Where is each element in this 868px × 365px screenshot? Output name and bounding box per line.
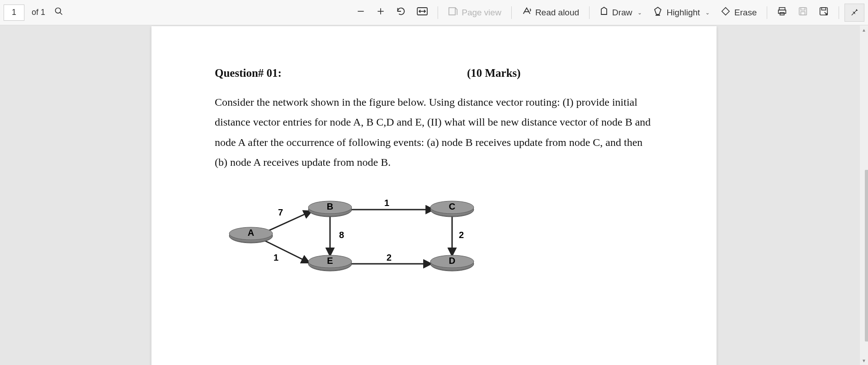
svg-marker-9 — [601, 7, 607, 14]
chevron-down-icon: ⌄ — [637, 9, 642, 16]
node-e: E — [308, 255, 352, 271]
toolbar-divider — [767, 6, 767, 19]
scroll-up-arrow[interactable]: ▲ — [860, 25, 868, 34]
svg-rect-17 — [799, 8, 807, 15]
page-of-label: of 1 — [32, 8, 45, 17]
print-button[interactable] — [773, 4, 792, 22]
svg-text:E: E — [327, 256, 333, 266]
highlight-button[interactable]: Highlight ⌄ — [648, 4, 714, 22]
save-icon — [798, 6, 808, 19]
page-view-button[interactable]: Page view — [443, 4, 506, 22]
page-view-icon — [448, 7, 458, 18]
edge-weight: 7 — [278, 207, 283, 217]
scroll-thumb[interactable] — [865, 170, 868, 342]
highlight-icon — [653, 6, 663, 19]
svg-rect-16 — [780, 13, 784, 15]
pdf-toolbar: of 1 Page view Read aloud Draw ⌄ Highlig… — [0, 0, 868, 25]
svg-text:D: D — [449, 256, 455, 266]
svg-text:B: B — [327, 201, 333, 211]
svg-point-0 — [56, 8, 61, 14]
erase-icon — [721, 6, 731, 19]
svg-rect-7 — [449, 8, 455, 15]
minus-icon — [356, 7, 365, 18]
svg-line-27 — [262, 239, 310, 263]
search-icon — [54, 7, 63, 18]
node-a: A — [229, 227, 273, 243]
rotate-icon — [396, 6, 406, 19]
svg-rect-14 — [779, 8, 785, 10]
svg-rect-18 — [801, 8, 805, 10]
svg-text:C: C — [449, 201, 455, 211]
pin-toolbar-button[interactable] — [844, 4, 864, 22]
toolbar-divider — [438, 6, 438, 19]
network-diagram: 7 1 8 2 2 1 A B C D E — [215, 191, 653, 287]
question-body: Consider the network shown in the figure… — [215, 92, 653, 173]
toolbar-divider — [839, 6, 839, 19]
svg-rect-21 — [821, 8, 826, 10]
svg-rect-19 — [801, 12, 805, 15]
chevron-down-icon: ⌄ — [705, 9, 710, 16]
read-aloud-icon — [522, 6, 532, 19]
edge-weight: 8 — [339, 230, 344, 240]
svg-marker-11 — [655, 7, 661, 14]
plus-icon — [376, 7, 385, 18]
svg-text:A: A — [248, 228, 254, 238]
edge-weight: 1 — [384, 198, 389, 208]
node-c: C — [430, 201, 474, 217]
highlight-label: Highlight — [666, 8, 700, 18]
draw-button[interactable]: Draw ⌄ — [595, 4, 646, 22]
svg-marker-13 — [722, 8, 730, 15]
zoom-in-button[interactable] — [372, 4, 390, 22]
fit-width-icon — [417, 7, 428, 18]
search-button[interactable] — [50, 4, 68, 22]
page-view-label: Page view — [462, 8, 501, 18]
node-d: D — [430, 255, 474, 271]
question-marks: (10 Marks) — [467, 67, 521, 80]
erase-label: Erase — [734, 8, 757, 18]
page-number-input[interactable] — [4, 5, 24, 21]
edge-weight: 2 — [387, 253, 392, 262]
erase-button[interactable]: Erase — [716, 4, 761, 22]
save-as-button[interactable] — [814, 4, 833, 22]
draw-icon — [599, 6, 609, 19]
draw-label: Draw — [612, 8, 632, 18]
toolbar-divider — [511, 6, 512, 19]
pin-icon — [850, 7, 859, 18]
save-button[interactable] — [793, 4, 812, 22]
document-viewport[interactable]: Question# 01: (10 Marks) Consider the ne… — [0, 25, 868, 365]
toolbar-divider — [589, 6, 590, 19]
read-aloud-label: Read aloud — [535, 8, 579, 18]
vertical-scrollbar[interactable]: ▲ ▼ — [860, 25, 868, 365]
scroll-down-arrow[interactable]: ▼ — [860, 356, 868, 365]
question-number: Question# 01: — [215, 67, 282, 80]
zoom-out-button[interactable] — [352, 4, 370, 22]
save-as-icon — [819, 6, 829, 19]
print-icon — [777, 6, 787, 19]
svg-line-1 — [60, 13, 62, 15]
edge-weight: 2 — [459, 230, 464, 240]
node-b: B — [308, 201, 352, 217]
question-header: Question# 01: (10 Marks) — [215, 67, 653, 80]
pdf-page: Question# 01: (10 Marks) Consider the ne… — [151, 26, 717, 365]
edge-weight: 1 — [274, 253, 278, 262]
read-aloud-button[interactable]: Read aloud — [517, 4, 584, 22]
fit-width-button[interactable] — [412, 4, 432, 22]
rotate-button[interactable] — [392, 4, 410, 22]
